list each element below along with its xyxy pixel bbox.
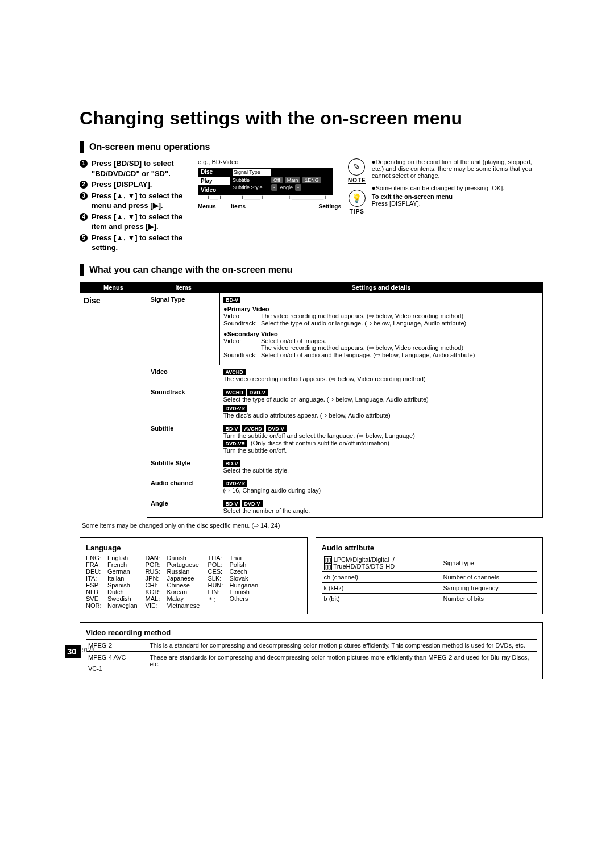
lang-row: NOR:Norwegian xyxy=(86,602,138,609)
settings-table: Menus Items Settings and details Disc Si… xyxy=(80,282,543,518)
video-recording-method-box: Video recording method MPEG-2This is a s… xyxy=(80,622,543,679)
page-number: 30 xyxy=(65,645,81,658)
lang-row: SVE:Swedish xyxy=(86,595,138,602)
lang-row: POL:Polish xyxy=(208,561,258,568)
lang-row: JPN:Japanese xyxy=(146,575,200,582)
footnote: Some items may be changed only on the di… xyxy=(82,522,543,529)
lang-row: KOR:Korean xyxy=(146,589,200,595)
lang-row: FRA:French xyxy=(86,561,138,568)
lang-row: ENG:English xyxy=(86,554,138,561)
lang-row: VIE:Vietnamese xyxy=(146,602,200,609)
audio-attr-box: Audio attribute ▯▯ LPCM/Digital/Digital+… xyxy=(316,537,544,614)
section-what-change: What you can change with the on-screen m… xyxy=(80,264,543,276)
operation-steps: 1Press [BD/SD] to select "BD/DVD/CD" or … xyxy=(80,158,191,253)
language-box: Language ENG:EnglishFRA:FrenchDEU:German… xyxy=(80,537,308,614)
osd-tab-disc: Disc xyxy=(198,168,231,177)
osd-tab-play: Play xyxy=(198,177,231,186)
osd-example: e.g., BD-Video Disc Play Video Signal Ty… xyxy=(198,158,341,210)
lang-row: ESP:Spanish xyxy=(86,582,138,589)
lang-row: THA:Thai xyxy=(208,554,258,561)
lang-row: DEU:German xyxy=(86,568,138,575)
lang-row: SLK:Slovak xyxy=(208,575,258,582)
lang-row: FIN:Finnish xyxy=(208,589,258,595)
lang-row: CES:Czech xyxy=(208,568,258,575)
lang-row: NLD:Dutch xyxy=(86,589,138,595)
tips-text-1: ●Some items can be changed by pressing [… xyxy=(372,185,543,191)
osd-tab-video: Video xyxy=(198,186,231,195)
lang-row: RUS:Russian xyxy=(146,568,200,575)
lang-row: POR:Portuguese xyxy=(146,561,200,568)
lang-row: DAN:Danish xyxy=(146,554,200,561)
lang-row: CHI:Chinese xyxy=(146,582,200,589)
page-title: Changing settings with the on-screen men… xyxy=(80,108,543,129)
tips-icon: 💡 xyxy=(349,190,366,207)
note-text: ●Depending on the condition of the unit … xyxy=(372,158,543,179)
lang-row: ITA:Italian xyxy=(86,575,138,582)
lang-row: ＊:Others xyxy=(208,595,258,604)
note-icon: ✎ xyxy=(348,158,365,176)
section-onscreen-ops: On-screen menu operations xyxy=(80,141,543,153)
lang-row: MAL:Malay xyxy=(146,595,200,602)
lang-row: HUN:Hungarian xyxy=(208,582,258,589)
menu-disc: Disc xyxy=(80,293,147,517)
